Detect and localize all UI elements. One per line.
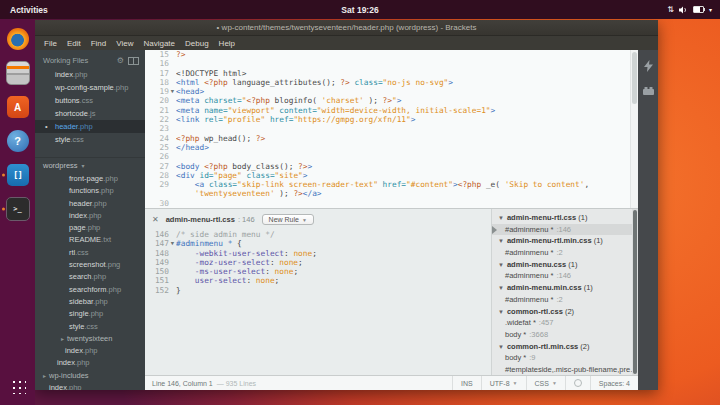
tree-file-index[interactable]: index.php bbox=[35, 210, 145, 222]
line-number: 23 bbox=[145, 124, 169, 133]
code-line: 22<link rel="profile" href="https://gmpg… bbox=[145, 115, 638, 124]
rule-file-common-rtl.min.css[interactable]: ▼common-rtl.min.css (2) bbox=[492, 341, 638, 353]
code-editor[interactable]: 15?>1617<!DOCTYPE html>18<html <?php lan… bbox=[145, 50, 638, 208]
rule-entry[interactable]: #adminmenu *:146 bbox=[492, 224, 638, 236]
menu-navigate[interactable]: Navigate bbox=[138, 39, 180, 48]
window-titlebar[interactable]: • wp-content/themes/twentyseventeen/head… bbox=[35, 20, 658, 36]
tree-file-screenshot[interactable]: screenshot.png bbox=[35, 259, 145, 271]
tree-file-index[interactable]: index.php bbox=[35, 382, 145, 390]
tree-file-style[interactable]: style.css bbox=[35, 321, 145, 333]
terminal-icon[interactable]: >_ bbox=[0, 192, 35, 226]
battery-icon[interactable] bbox=[693, 6, 704, 13]
menu-edit[interactable]: Edit bbox=[62, 39, 86, 48]
working-file-shortcode[interactable]: shortcode.js bbox=[35, 107, 145, 120]
rule-file-admin-menu.css[interactable]: ▼admin-menu.css (1) bbox=[492, 259, 638, 271]
tree-file-header[interactable]: header.php bbox=[35, 198, 145, 210]
inline-css-editor[interactable]: 146/* side admin menu */147▼#adminmenu *… bbox=[145, 230, 491, 295]
code-line: 18<html <?php language_attributes(); ?> … bbox=[145, 78, 638, 87]
tray-caret-icon[interactable]: ▾ bbox=[709, 7, 712, 13]
new-rule-button[interactable]: New Rule ▼ bbox=[262, 214, 314, 225]
code-line: 17<!DOCTYPE html> bbox=[145, 69, 638, 78]
network-icon[interactable]: ⇅ bbox=[667, 6, 674, 14]
status-bar: Line 146, Column 1 — 935 Lines INS UTF-8… bbox=[145, 375, 638, 390]
working-file-header[interactable]: header.php bbox=[35, 120, 145, 133]
working-file-style[interactable]: style.css bbox=[35, 133, 145, 146]
line-number: 24 bbox=[145, 134, 169, 143]
tree-file-searchform[interactable]: searchform.php bbox=[35, 284, 145, 296]
cursor-position[interactable]: Line 146, Column 1 bbox=[152, 380, 213, 387]
fold-arrow-icon[interactable]: ▼ bbox=[169, 239, 176, 248]
tree-file-index[interactable]: index.php bbox=[35, 345, 145, 357]
insert-mode-indicator[interactable]: INS bbox=[452, 376, 481, 390]
rule-file-admin-menu-rtl.min.css[interactable]: ▼admin-menu-rtl.min.css (1) bbox=[492, 235, 638, 247]
rule-entry[interactable]: #adminmenu *:2 bbox=[492, 247, 638, 259]
system-tray[interactable]: ⇅ ▾ bbox=[667, 6, 712, 14]
tree-file-functions[interactable]: functions.php bbox=[35, 185, 145, 197]
project-dropdown[interactable]: wordpress ▾ bbox=[35, 157, 145, 173]
tree-folder-twentysixteen[interactable]: ▸twentysixteen bbox=[35, 333, 145, 345]
menu-view[interactable]: View bbox=[111, 39, 138, 48]
working-file-buttons[interactable]: buttons.css bbox=[35, 94, 145, 107]
files-icon[interactable] bbox=[0, 56, 35, 90]
volume-icon[interactable] bbox=[679, 6, 688, 14]
line-number: 21 bbox=[145, 106, 169, 115]
related-rules-panel: ▼admin-menu-rtl.css (1)#adminmenu *:146▼… bbox=[491, 209, 638, 375]
code-line: 146/* side admin menu */ bbox=[145, 230, 491, 239]
extension-status-icon[interactable] bbox=[565, 376, 590, 390]
activities-button[interactable]: Activities bbox=[10, 5, 48, 15]
tree-file-page[interactable]: page.php bbox=[35, 222, 145, 234]
rule-entry[interactable]: body *:3668 bbox=[492, 329, 638, 341]
tree-folder-wp-includes[interactable]: ▸wp-includes bbox=[35, 370, 145, 382]
line-number: 15 bbox=[145, 50, 169, 59]
split-view-icon[interactable] bbox=[128, 57, 139, 65]
tree-file-search[interactable]: search.php bbox=[35, 271, 145, 283]
line-number: 22 bbox=[145, 115, 169, 124]
rule-entry[interactable]: #adminmenu *:146 bbox=[492, 270, 638, 282]
code-line: 27<body <?php body_class(); ?>> bbox=[145, 162, 638, 171]
menu-find[interactable]: Find bbox=[86, 39, 112, 48]
rule-file-admin-menu-rtl.css[interactable]: ▼admin-menu-rtl.css (1) bbox=[492, 212, 638, 224]
live-preview-icon[interactable] bbox=[644, 60, 653, 72]
rule-file-common-rtl.css[interactable]: ▼common-rtl.css (2) bbox=[492, 306, 638, 318]
language-select[interactable]: CSS▼ bbox=[526, 376, 565, 390]
working-files-label: Working Files bbox=[43, 56, 88, 65]
extension-manager-icon[interactable] bbox=[643, 86, 654, 95]
editor-scrollbar[interactable] bbox=[630, 50, 638, 208]
tree-file-single[interactable]: single.php bbox=[35, 308, 145, 320]
close-icon[interactable]: ✕ bbox=[152, 215, 159, 224]
show-apps-icon[interactable] bbox=[0, 369, 35, 403]
brackets-icon[interactable]: [] bbox=[0, 158, 35, 192]
menu-debug[interactable]: Debug bbox=[180, 39, 214, 48]
rules-scrollbar[interactable] bbox=[632, 209, 638, 375]
indent-setting[interactable]: Spaces: 4 bbox=[590, 376, 638, 390]
gear-icon[interactable]: ⚙ bbox=[117, 56, 124, 65]
menu-help[interactable]: Help bbox=[214, 39, 240, 48]
tree-file-front-page[interactable]: front-page.php bbox=[35, 173, 145, 185]
tree-file-README[interactable]: README.txt bbox=[35, 234, 145, 246]
rule-entry[interactable]: .widefat *:457 bbox=[492, 317, 638, 329]
software-icon[interactable]: A bbox=[0, 90, 35, 124]
line-number: 152 bbox=[145, 286, 169, 295]
rule-entry[interactable]: #adminmenu *:2 bbox=[492, 294, 638, 306]
line-number: 30 bbox=[145, 199, 169, 208]
inline-editor-filename[interactable]: admin-menu-rtl.css bbox=[166, 215, 235, 224]
rule-entry[interactable]: body *:9 bbox=[492, 352, 638, 364]
line-number: 146 bbox=[145, 230, 169, 239]
rule-entry[interactable]: #templateside,.misc-pub-filename,pre,.wi… bbox=[492, 364, 638, 375]
chevron-down-icon: ▼ bbox=[498, 285, 504, 291]
rule-file-admin-menu.min.css[interactable]: ▼admin-menu.min.css (1) bbox=[492, 282, 638, 294]
help-icon[interactable]: ? bbox=[0, 124, 35, 158]
clock[interactable]: Sat 19:26 bbox=[341, 5, 378, 15]
firefox-icon[interactable] bbox=[0, 22, 35, 56]
menu-file[interactable]: File bbox=[39, 39, 62, 48]
fold-arrow-icon[interactable]: ▼ bbox=[169, 87, 176, 96]
tree-file-sidebar[interactable]: sidebar.php bbox=[35, 296, 145, 308]
code-line: 15?> bbox=[145, 50, 638, 59]
tree-file-rtl[interactable]: rtl.css bbox=[35, 247, 145, 259]
working-file-wp-config-sample[interactable]: wp-config-sample.php bbox=[35, 81, 145, 94]
working-file-index[interactable]: index.php bbox=[35, 68, 145, 81]
encoding-select[interactable]: UTF-8▼ bbox=[481, 376, 526, 390]
tree-file-index[interactable]: index.php bbox=[35, 357, 145, 369]
project-sidebar: Working Files ⚙ index.phpwp-config-sampl… bbox=[35, 50, 145, 390]
line-number: 149 bbox=[145, 258, 169, 267]
